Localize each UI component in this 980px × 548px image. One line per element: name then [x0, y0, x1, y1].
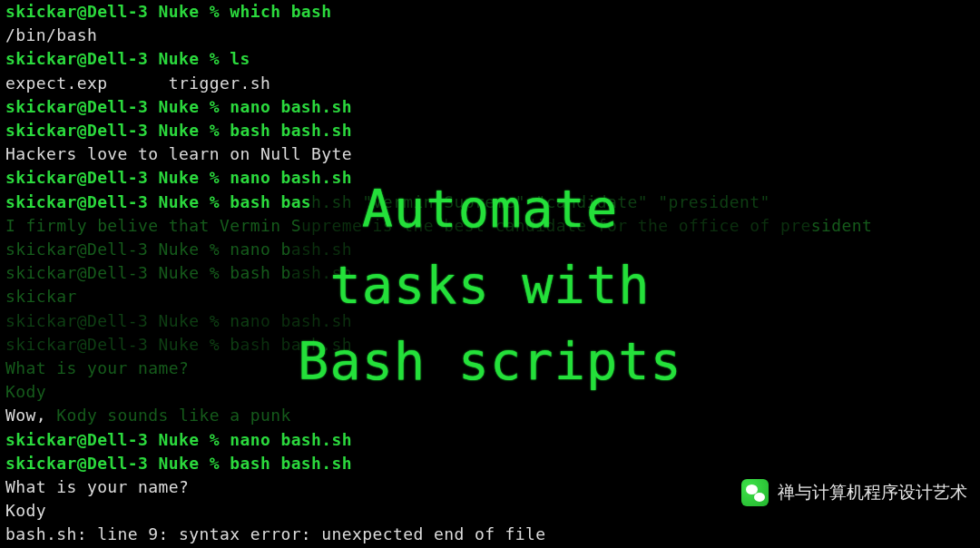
- terminal-text: What is your name?: [5, 477, 189, 496]
- terminal-text: skickar@Dell-3 Nuke % nano bash.sh: [5, 430, 352, 449]
- terminal-text: skickar@Dell-3 Nuke % bash b: [5, 263, 291, 282]
- terminal-text: skickar@Dell-3 Nuke % which bash: [5, 2, 332, 21]
- terminal-line: Kody: [5, 499, 975, 523]
- terminal-text: skickar@Dell-3 Nuke % bash bash.sh: [5, 121, 352, 140]
- terminal-text: What is your name?: [5, 358, 189, 377]
- terminal-line: I firmly belive that Vermin Supreme is t…: [5, 214, 975, 238]
- terminal-text: Hackers love to learn on Null Byte: [5, 144, 352, 163]
- terminal-text: Kody sounds like a punk: [56, 406, 290, 425]
- terminal-text: ash.sh: [291, 240, 352, 259]
- terminal-line: skickar@Dell-3 Nuke % nano bash.sh: [5, 238, 975, 261]
- terminal-line: skickar@Dell-3 Nuke % nano bash.sh: [5, 428, 975, 452]
- terminal-text: bash.sh: line 9: syntax error: unexpecte…: [5, 524, 546, 543]
- terminal-line: skickar@Dell-3 Nuke % bash bash.sh: [5, 119, 975, 142]
- terminal-line: skickar@Dell-3 Nuke % ls: [5, 47, 975, 71]
- terminal-text: no bash.sh: [250, 311, 352, 330]
- terminal-text: h.sh "Vermin Supreme" "candidate" "presi…: [311, 192, 770, 211]
- terminal-line: skickar@Dell-3 Nuke % bash bash.sh: [5, 333, 975, 357]
- terminal-text: skickar@Dell-3 Nuke % nano bash.sh: [5, 97, 352, 116]
- terminal-line: skickar: [5, 285, 975, 308]
- terminal-text: ash.sh: [291, 263, 352, 282]
- terminal-line: skickar@Dell-3 Nuke % nano bash.sh: [5, 95, 975, 119]
- terminal-line: skickar@Dell-3 Nuke % bash bash.sh: [5, 261, 975, 285]
- terminal-line: What is your name?: [5, 475, 975, 499]
- terminal-line: Kody: [5, 380, 975, 404]
- terminal-text: skickar@Dell-3 Nuke % nano b: [5, 240, 291, 259]
- terminal-output: skickar@Dell-3 Nuke % which bash/bin/bas…: [0, 0, 980, 548]
- terminal-text: Wow,: [5, 406, 56, 425]
- terminal-text: I firmly belive that Vermin S: [5, 216, 301, 235]
- terminal-line: skickar@Dell-3 Nuke % nano bash.sh: [5, 309, 975, 333]
- terminal-text: skickar@Dell-3 Nuke % bash bas: [5, 192, 311, 211]
- terminal-line: skickar@Dell-3 Nuke % bash bash.sh "Verm…: [5, 191, 975, 214]
- terminal-text: Kody: [5, 501, 46, 520]
- terminal-text: skickar@Dell-3 Nuke % nano bash.sh: [5, 168, 352, 187]
- terminal-line: skickar@Dell-3 Nuke % bash bash.sh: [5, 452, 975, 475]
- terminal-text: sident: [811, 216, 872, 235]
- terminal-line: expect.exp trigger.sh: [5, 72, 975, 95]
- terminal-line: Wow, Kody sounds like a punk: [5, 404, 975, 427]
- terminal-text: skickar: [5, 287, 77, 306]
- terminal-text: skickar@Dell-3 Nuke % b: [5, 335, 240, 354]
- terminal-text: upreme is the best candidate for the off…: [301, 216, 811, 235]
- terminal-text: skickar@Dell-3 Nuke % na: [5, 311, 250, 330]
- terminal-line: skickar@Dell-3 Nuke % which bash: [5, 0, 975, 24]
- terminal-line: What is your name?: [5, 357, 975, 380]
- terminal-text: Kody: [5, 382, 46, 401]
- terminal-text: expect.exp trigger.sh: [5, 73, 270, 93]
- terminal-text: skickar@Dell-3 Nuke % bash bash.sh: [5, 454, 352, 473]
- terminal-line: skickar@Dell-3 Nuke % nano bash.sh: [5, 166, 975, 190]
- terminal-text: ash bash.sh: [240, 335, 352, 354]
- terminal-line: Hackers love to learn on Null Byte: [5, 142, 975, 166]
- terminal-line: bash.sh: line 9: syntax error: unexpecte…: [5, 523, 975, 546]
- terminal-text: /bin/bash: [5, 25, 97, 44]
- terminal-text: skickar@Dell-3 Nuke % ls: [5, 49, 250, 68]
- terminal-line: /bin/bash: [5, 24, 975, 47]
